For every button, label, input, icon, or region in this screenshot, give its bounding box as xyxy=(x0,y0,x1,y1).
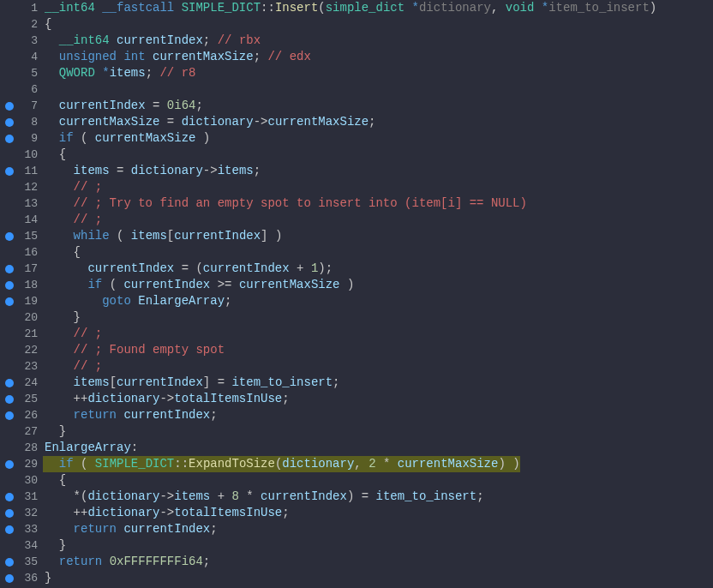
code-line[interactable]: 13 // ; Try to find an empty spot to ins… xyxy=(0,195,713,212)
code-content[interactable]: } xyxy=(43,537,66,554)
breakpoint-gutter[interactable] xyxy=(0,558,19,567)
breakpoint-gutter[interactable] xyxy=(0,395,19,404)
breakpoint-icon[interactable] xyxy=(5,135,14,143)
code-line[interactable]: 14 // ; xyxy=(0,212,713,228)
code-content[interactable]: // ; xyxy=(43,358,102,375)
breakpoint-gutter[interactable] xyxy=(0,379,19,387)
code-content[interactable]: // ; Try to find an empty spot to insert… xyxy=(43,195,527,212)
breakpoint-gutter[interactable] xyxy=(0,297,19,306)
code-line[interactable]: 30 { xyxy=(0,472,713,489)
breakpoint-icon[interactable] xyxy=(5,232,14,241)
code-line[interactable]: 33 return currentIndex; xyxy=(0,521,713,537)
breakpoint-icon[interactable] xyxy=(5,297,14,306)
breakpoint-gutter[interactable] xyxy=(0,509,19,518)
code-line[interactable]: 20 } xyxy=(0,309,713,326)
code-content[interactable]: if ( currentIndex >= currentMaxSize ) xyxy=(43,277,354,293)
breakpoint-icon[interactable] xyxy=(5,265,14,273)
breakpoint-icon[interactable] xyxy=(5,395,14,404)
breakpoint-icon[interactable] xyxy=(5,118,14,127)
code-line[interactable]: 5 QWORD *items; // r8 xyxy=(0,65,713,81)
code-content[interactable]: } xyxy=(43,309,81,326)
breakpoint-icon[interactable] xyxy=(5,460,14,469)
code-content[interactable]: currentIndex = (currentIndex + 1); xyxy=(43,261,333,277)
code-content[interactable]: return currentIndex; xyxy=(43,407,218,423)
code-line[interactable]: 32 ++dictionary->totalItemsInUse; xyxy=(0,505,713,521)
code-line[interactable]: 10 { xyxy=(0,147,713,163)
code-content[interactable]: QWORD *items; // r8 xyxy=(43,65,195,81)
code-content[interactable]: // ; xyxy=(43,179,102,195)
code-content[interactable]: if ( SIMPLE_DICT::ExpandToSize(dictionar… xyxy=(43,456,520,472)
code-content[interactable]: __int64 currentIndex; // rbx xyxy=(43,33,261,49)
code-line[interactable]: 2{ xyxy=(0,16,713,33)
breakpoint-gutter[interactable] xyxy=(0,525,19,534)
code-line[interactable]: 4 unsigned int currentMaxSize; // edx xyxy=(0,49,713,65)
code-line[interactable]: 31 *(dictionary->items + 8 * currentInde… xyxy=(0,489,713,505)
breakpoint-icon[interactable] xyxy=(5,574,14,583)
code-line[interactable]: 6 xyxy=(0,81,713,98)
code-content[interactable]: while ( items[currentIndex] ) xyxy=(43,228,282,244)
code-line[interactable]: 21 // ; xyxy=(0,326,713,342)
code-line[interactable]: 9 if ( currentMaxSize ) xyxy=(0,130,713,147)
breakpoint-icon[interactable] xyxy=(5,167,14,176)
breakpoint-icon[interactable] xyxy=(5,509,14,518)
code-content[interactable]: EnlargeArray: xyxy=(43,440,138,456)
breakpoint-gutter[interactable] xyxy=(0,102,19,111)
code-line[interactable]: 19 goto EnlargeArray; xyxy=(0,293,713,309)
code-line[interactable]: 23 // ; xyxy=(0,358,713,375)
code-line[interactable]: 22 // ; Found empty spot xyxy=(0,342,713,358)
breakpoint-gutter[interactable] xyxy=(0,574,19,583)
code-line[interactable]: 8 currentMaxSize = dictionary->currentMa… xyxy=(0,114,713,130)
code-content[interactable]: ++dictionary->totalItemsInUse; xyxy=(43,505,290,521)
code-content[interactable]: __int64 __fastcall SIMPLE_DICT::Insert(s… xyxy=(43,0,656,16)
code-content[interactable]: return currentIndex; xyxy=(43,521,218,537)
code-line[interactable]: 18 if ( currentIndex >= currentMaxSize ) xyxy=(0,277,713,293)
code-line[interactable]: 36} xyxy=(0,570,713,586)
code-content[interactable]: // ; Found empty spot xyxy=(43,342,225,358)
code-content[interactable]: currentMaxSize = dictionary->currentMaxS… xyxy=(43,114,376,130)
breakpoint-icon[interactable] xyxy=(5,102,14,111)
code-content[interactable]: { xyxy=(43,147,66,163)
breakpoint-gutter[interactable] xyxy=(0,135,19,143)
code-content[interactable]: return 0xFFFFFFFFi64; xyxy=(43,554,210,570)
code-line[interactable]: 27 } xyxy=(0,423,713,440)
code-content[interactable]: // ; xyxy=(43,326,102,342)
breakpoint-gutter[interactable] xyxy=(0,118,19,127)
code-line[interactable]: 11 items = dictionary->items; xyxy=(0,163,713,179)
breakpoint-icon[interactable] xyxy=(5,525,14,534)
code-line[interactable]: 1__int64 __fastcall SIMPLE_DICT::Insert(… xyxy=(0,0,713,16)
code-content[interactable]: { xyxy=(43,244,81,261)
breakpoint-gutter[interactable] xyxy=(0,167,19,176)
breakpoint-gutter[interactable] xyxy=(0,411,19,420)
code-line[interactable]: 26 return currentIndex; xyxy=(0,407,713,423)
breakpoint-gutter[interactable] xyxy=(0,460,19,469)
code-line[interactable]: 34 } xyxy=(0,537,713,554)
code-line[interactable]: 35 return 0xFFFFFFFFi64; xyxy=(0,554,713,570)
code-content[interactable]: ++dictionary->totalItemsInUse; xyxy=(43,391,290,407)
code-content[interactable]: items = dictionary->items; xyxy=(43,163,261,179)
code-line[interactable]: 17 currentIndex = (currentIndex + 1); xyxy=(0,261,713,277)
code-content[interactable]: *(dictionary->items + 8 * currentIndex) … xyxy=(43,489,484,505)
code-line[interactable]: 28EnlargeArray: xyxy=(0,440,713,456)
breakpoint-gutter[interactable] xyxy=(0,281,19,290)
breakpoint-icon[interactable] xyxy=(5,281,14,290)
code-content[interactable]: items[currentIndex] = item_to_insert; xyxy=(43,375,340,391)
code-content[interactable]: currentIndex = 0i64; xyxy=(43,98,203,114)
code-line[interactable]: 7 currentIndex = 0i64; xyxy=(0,98,713,114)
code-line[interactable]: 25 ++dictionary->totalItemsInUse; xyxy=(0,391,713,407)
breakpoint-icon[interactable] xyxy=(5,493,14,501)
code-line[interactable]: 16 { xyxy=(0,244,713,261)
breakpoint-gutter[interactable] xyxy=(0,493,19,501)
code-content[interactable]: } xyxy=(43,423,66,440)
breakpoint-icon[interactable] xyxy=(5,379,14,387)
breakpoint-icon[interactable] xyxy=(5,411,14,420)
code-line[interactable]: 24 items[currentIndex] = item_to_insert; xyxy=(0,375,713,391)
code-content[interactable]: // ; xyxy=(43,212,102,228)
code-line[interactable]: 15 while ( items[currentIndex] ) xyxy=(0,228,713,244)
code-content[interactable]: if ( currentMaxSize ) xyxy=(43,130,210,147)
code-content[interactable]: { xyxy=(43,472,66,489)
code-line[interactable]: 12 // ; xyxy=(0,179,713,195)
breakpoint-icon[interactable] xyxy=(5,558,14,567)
breakpoint-gutter[interactable] xyxy=(0,232,19,241)
code-content[interactable]: unsigned int currentMaxSize; // edx xyxy=(43,49,311,65)
breakpoint-gutter[interactable] xyxy=(0,265,19,273)
